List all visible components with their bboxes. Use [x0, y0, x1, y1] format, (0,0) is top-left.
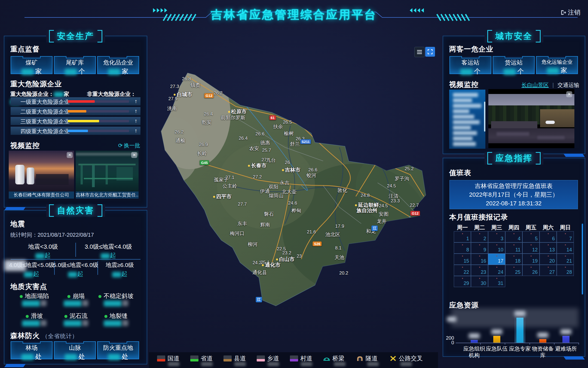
camera-list-item[interactable]: [453, 136, 473, 141]
camera-list-item[interactable]: [453, 142, 476, 146]
calendar-day-cell[interactable]: 23: [471, 265, 488, 276]
map-temp-label: 27.3: [170, 84, 179, 89]
map-city-label: 农安: [249, 145, 259, 152]
calendar-day-cell[interactable]: 21: [557, 254, 574, 265]
refresh-batch-button[interactable]: ⟳换一批: [118, 142, 140, 149]
link-changbaishan[interactable]: 长白山景区: [522, 82, 549, 88]
calendar-day-cell[interactable]: 2: [471, 231, 488, 242]
close-icon[interactable]: ✕: [131, 152, 137, 158]
calendar-day-cell[interactable]: 31: [488, 276, 505, 287]
calendar-day-cell[interactable]: 10: [488, 242, 505, 254]
dot-icon: [531, 256, 532, 257]
legend-count-redacted: [334, 362, 345, 366]
calendar-day-cell[interactable]: 5: [522, 231, 540, 242]
calendar-day-cell[interactable]: 8: [454, 242, 471, 254]
camera-list[interactable]: [449, 90, 485, 149]
divider: [75, 243, 76, 257]
camera-list-item[interactable]: [453, 120, 480, 124]
calendar-day-cell[interactable]: 30: [471, 276, 488, 287]
calendar-day-cell[interactable]: 19: [522, 254, 540, 265]
calendar-day-number: 20: [549, 258, 555, 264]
map-city-label: 烟筒山: [269, 192, 283, 199]
camera-list-item[interactable]: [453, 115, 474, 119]
legend-item-乡道[interactable]: 乡道: [257, 354, 279, 363]
calendar-day-cell[interactable]: 25: [505, 265, 522, 276]
map-fullscreen-button[interactable]: [425, 47, 435, 57]
map-temp-label: 26.5: [283, 120, 292, 125]
calendar-day-cell[interactable]: 16: [471, 254, 488, 265]
camera-thumb-1[interactable]: ✕: [9, 151, 74, 191]
map-city-label: 梅河口: [230, 230, 244, 237]
calendar-day-cell[interactable]: 12: [522, 242, 540, 254]
dot-icon: [496, 256, 497, 257]
legend-item-国道[interactable]: 国道: [157, 354, 179, 363]
page-title: 吉林省应急管理综合应用平台: [0, 7, 588, 22]
road-shield-江: 江: [372, 226, 378, 231]
map-city-label: 九台: [266, 157, 276, 163]
camera-list-item[interactable]: [453, 131, 477, 135]
calendar-day-number: 9: [483, 247, 486, 253]
calendar-day-cell[interactable]: 24: [488, 265, 505, 276]
close-icon[interactable]: ✕: [67, 152, 73, 158]
国道-swatch-icon: [157, 355, 165, 361]
calendar-day-cell[interactable]: 11: [505, 242, 522, 254]
legend-item-县道[interactable]: 县道: [223, 354, 246, 363]
calendar-day-cell[interactable]: 18: [505, 254, 522, 265]
calendar-day-number: 3: [501, 236, 503, 242]
calendar-day-cell[interactable]: 13: [540, 242, 557, 254]
panel-title-disaster: 自然灾害: [46, 204, 105, 217]
camera-list-item[interactable]: [453, 104, 481, 108]
map-city-label: 舒兰: [290, 141, 300, 147]
calendar-day-cell[interactable]: 20: [540, 254, 557, 265]
legend-item-公路交叉[interactable]: 公路交叉: [390, 354, 423, 363]
legend-count-redacted: [301, 362, 312, 366]
calendar-day-cell[interactable]: 27: [540, 265, 557, 276]
earthquake-cell-value: 起: [101, 251, 116, 260]
province-map[interactable]: 26.827.326.227.926.426.526.226.626.326.4…: [149, 33, 438, 368]
bar-category-label: 避难场所: [551, 345, 581, 352]
calendar-day-cell[interactable]: 14: [557, 242, 574, 254]
camera-list-item[interactable]: [453, 98, 472, 102]
legend-item-桥梁[interactable]: 桥梁: [323, 354, 344, 363]
stat-card-value: 家: [11, 67, 52, 76]
dot-icon: [479, 278, 480, 279]
calendar-day-cell[interactable]: 28: [557, 265, 574, 276]
legend-item-村道[interactable]: 村道: [290, 354, 312, 363]
geo-disaster-item: 地面塌陷: [20, 292, 49, 300]
camera-thumb-2[interactable]: ✕: [76, 151, 139, 191]
calendar-day-cell[interactable]: 1: [454, 231, 471, 242]
calendar-day-cell[interactable]: 17: [488, 254, 505, 265]
calendar-day-cell[interactable]: 22: [454, 265, 471, 276]
up-arrow-icon: ↑: [134, 98, 137, 104]
panel-safety-production: 安全生产 重点监督 煤矿 家尾矿库 个危化品企业 家 重大危险源企业 重大危险源…: [4, 36, 147, 208]
calendar-day-cell[interactable]: 29: [454, 276, 471, 287]
link-transport[interactable]: 交通运输: [558, 82, 579, 88]
map-city-label: 扶余: [273, 123, 283, 130]
calendar-day-cell[interactable]: 26: [522, 265, 540, 276]
calendar-day-cell[interactable]: 9: [471, 242, 488, 254]
map-city-label: 通榆: [176, 137, 185, 144]
calendar-day-cell[interactable]: 7: [557, 231, 574, 242]
legend-count-redacted: [367, 362, 379, 366]
legend-item-省道[interactable]: 省道: [190, 354, 213, 363]
calendar-day-number: 31: [498, 281, 503, 286]
calendar-day-cell[interactable]: 4: [505, 231, 522, 242]
legend-item-隧道[interactable]: 隧道: [356, 354, 378, 363]
calendar-scrollbar[interactable]: [582, 224, 583, 294]
stat-card-山脉: 山脉 处: [54, 341, 96, 359]
camera-list-item[interactable]: [453, 126, 471, 130]
calendar-day-cell[interactable]: 6: [540, 231, 557, 242]
camera-list-scrollbar[interactable]: [484, 102, 485, 132]
dot-icon: [513, 233, 514, 234]
camera-list-item[interactable]: [453, 93, 478, 97]
close-icon[interactable]: ✕: [566, 91, 572, 97]
dot-icon: [479, 244, 480, 245]
city-camera-view[interactable]: ✕: [488, 89, 574, 148]
map-city-label: 镇赉: [191, 82, 200, 88]
camera-list-item[interactable]: [453, 109, 469, 113]
logout-button[interactable]: 注销: [560, 8, 580, 17]
calendar-day-cell[interactable]: 3: [488, 231, 505, 242]
map-layers-button[interactable]: [414, 47, 425, 57]
calendar-day-cell[interactable]: 15: [454, 254, 471, 265]
calendar-day-number: 28: [566, 269, 572, 275]
